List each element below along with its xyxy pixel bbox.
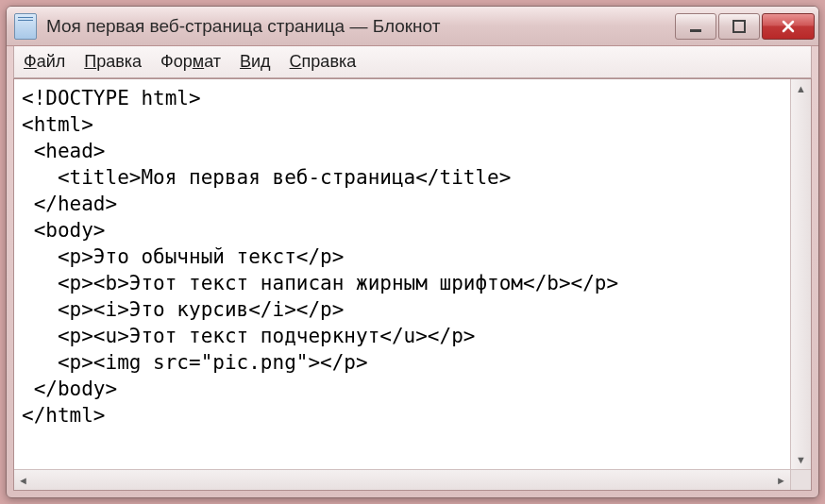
menu-edit[interactable]: Правка [84,52,142,72]
text-editor[interactable]: <!DOCTYPE html> <html> <head> <title>Моя… [14,79,811,490]
scroll-corner [790,469,811,490]
maximize-button[interactable] [718,13,760,40]
vertical-scrollbar[interactable]: ▲ ▼ [790,79,811,469]
close-button[interactable] [762,13,815,40]
notepad-window: Моя первая веб-страница страница — Блокн… [6,6,819,498]
scroll-left-icon: ◄ [18,475,28,486]
horizontal-scrollbar[interactable]: ◄ ► [14,469,790,490]
menu-help[interactable]: Справка [290,52,357,72]
menu-view[interactable]: Вид [240,52,271,72]
titlebar[interactable]: Моя первая веб-страница страница — Блокн… [7,7,818,46]
menu-format[interactable]: Формат [160,52,221,72]
scroll-down-icon: ▼ [796,454,806,465]
maximize-icon [732,20,746,33]
window-controls [675,13,815,40]
svg-rect-0 [690,29,701,32]
editor-area: <!DOCTYPE html> <html> <head> <title>Моя… [13,78,812,491]
window-title: Моя первая веб-страница страница — Блокн… [46,16,675,37]
scroll-up-icon: ▲ [796,83,806,94]
minimize-button[interactable] [675,13,716,40]
close-icon [781,19,796,34]
svg-rect-1 [733,21,745,32]
scroll-right-icon: ► [776,475,786,486]
minimize-icon [689,20,702,33]
notepad-icon [14,13,37,40]
menubar: Файл Правка Формат Вид Справка [13,46,812,78]
menu-file[interactable]: Файл [24,52,65,72]
